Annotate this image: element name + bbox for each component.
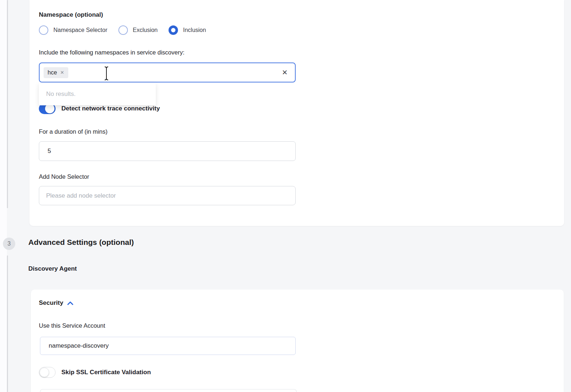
chevron-up-icon: [67, 301, 73, 305]
radio-label: Exclusion: [133, 27, 158, 33]
duration-label: For a duration of (in mins): [39, 128, 108, 135]
radio-inclusion[interactable]: Inclusion: [169, 25, 206, 35]
security-section-title: Security: [39, 299, 63, 307]
radio-circle-icon[interactable]: [118, 25, 128, 35]
radio-label: Inclusion: [183, 27, 206, 33]
security-section-header[interactable]: Security: [39, 299, 73, 307]
next-field-top-edge: [40, 389, 297, 392]
namespace-multiselect-input[interactable]: hce ✕ ✕: [39, 62, 296, 82]
radio-label: Namespace Selector: [53, 27, 108, 33]
namespace-form-card: Namespace (optional) Namespace Selector …: [29, 0, 564, 226]
stepper-connector-top: [7, 0, 8, 208]
advanced-settings-title: Advanced Settings (optional): [28, 238, 134, 247]
chip-label: hce: [48, 69, 57, 76]
dropdown-no-results-message: No results.: [46, 90, 76, 98]
namespace-dropdown-panel: No results.: [39, 82, 156, 105]
clear-input-icon[interactable]: ✕: [282, 69, 288, 76]
node-selector-input[interactable]: [39, 186, 296, 205]
radio-circle-icon[interactable]: [39, 25, 48, 35]
namespace-chip[interactable]: hce ✕: [44, 67, 68, 78]
remove-chip-icon[interactable]: ✕: [60, 70, 64, 75]
toggle-knob: [40, 368, 49, 377]
text-cursor-icon: [104, 66, 109, 81]
discovery-agent-label: Discovery Agent: [28, 265, 77, 272]
left-gutter: [0, 0, 7, 392]
duration-input[interactable]: [39, 141, 296, 161]
step-3-badge: 3: [3, 238, 15, 250]
namespace-section-title: Namespace (optional): [39, 11, 103, 19]
ssl-toggle-label: Skip SSL Certificate Validation: [61, 369, 151, 376]
include-namespaces-label: Include the following namespaces in serv…: [39, 49, 185, 56]
security-card: Security Use this Service Account Skip S…: [31, 290, 564, 392]
stepper-connector-bottom: [7, 255, 8, 392]
service-account-label: Use this Service Account: [39, 322, 105, 329]
radio-selected-icon[interactable]: [169, 25, 178, 35]
service-account-input[interactable]: [40, 337, 296, 355]
network-trace-toggle-label: Detect network trace connectivity: [61, 105, 160, 112]
ssl-toggle-row: Skip SSL Certificate Validation: [39, 367, 151, 378]
ssl-toggle[interactable]: [39, 367, 56, 378]
namespace-mode-radio-group: Namespace Selector Exclusion Inclusion: [39, 25, 206, 35]
radio-exclusion[interactable]: Exclusion: [118, 25, 158, 35]
radio-namespace-selector[interactable]: Namespace Selector: [39, 25, 108, 35]
node-selector-label: Add Node Selector: [39, 173, 89, 180]
